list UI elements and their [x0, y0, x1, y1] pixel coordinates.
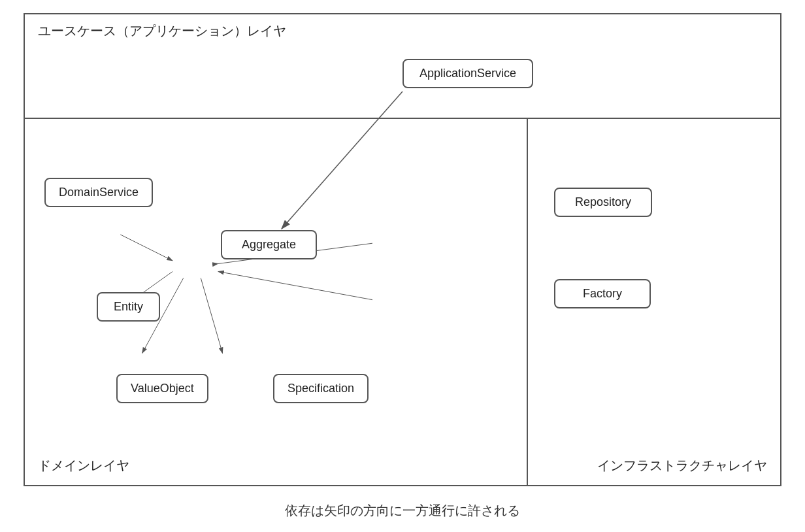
repository-node: Repository: [554, 188, 652, 217]
aggregate-node: Aggregate: [221, 230, 317, 259]
usecase-layer-label: ユースケース（アプリケーション）レイヤ: [38, 22, 767, 40]
value-object-node: ValueObject: [116, 374, 208, 403]
domain-layer: DomainService Aggregate Entity ValueObje…: [25, 119, 528, 485]
diagram-wrapper: ユースケース（アプリケーション）レイヤ ApplicationService: [24, 13, 781, 520]
application-service-node: ApplicationService: [402, 59, 533, 88]
domain-service-node: DomainService: [44, 178, 153, 207]
infra-layer: Repository Factory インフラストラクチャレイヤ: [528, 119, 780, 485]
layers-container: ユースケース（アプリケーション）レイヤ ApplicationService: [24, 13, 781, 486]
svg-line-5: [201, 278, 222, 353]
caption: 依存は矢印の方向に一方通行に許される: [285, 502, 520, 520]
specification-node: Specification: [273, 374, 369, 403]
entity-node: Entity: [97, 292, 160, 322]
svg-line-7: [218, 271, 372, 299]
domain-layer-label: ドメインレイヤ: [38, 457, 129, 474]
bottom-layers: DomainService Aggregate Entity ValueObje…: [25, 119, 780, 485]
svg-line-2: [120, 235, 172, 261]
factory-node: Factory: [554, 279, 651, 308]
usecase-content: ApplicationService: [38, 40, 767, 107]
infra-layer-label: インフラストラクチャレイヤ: [597, 457, 767, 474]
usecase-layer: ユースケース（アプリケーション）レイヤ ApplicationService: [25, 14, 780, 119]
